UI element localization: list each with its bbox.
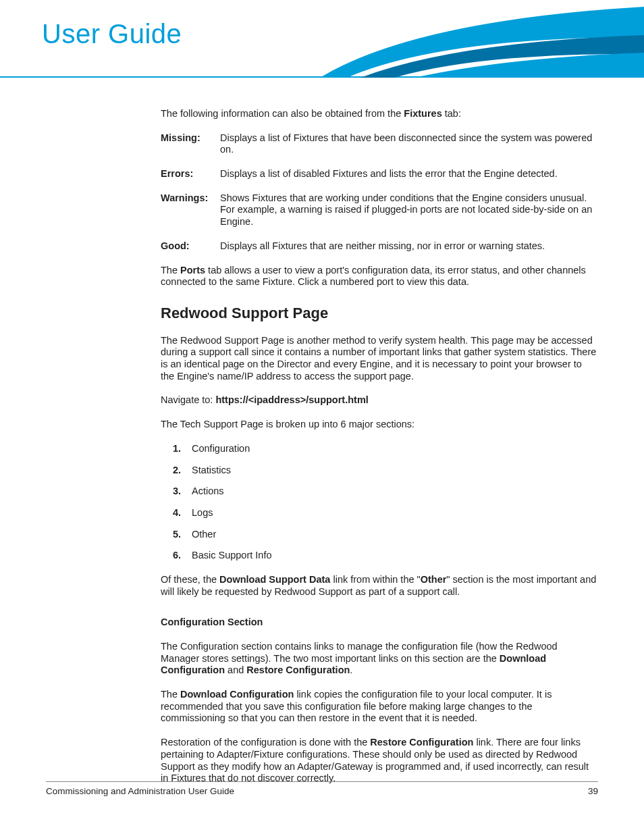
definitions-list: Missing: Displays a list of Fixtures tha… [161, 132, 598, 253]
definition-desc: Displays a list of Fixtures that have be… [220, 132, 598, 156]
bold: Download Support Data [219, 574, 330, 585]
bold: Download Configuration [180, 689, 294, 700]
list-number: 5. [173, 529, 192, 541]
configuration-section-heading: Configuration Section [161, 617, 598, 629]
text: The [161, 689, 180, 700]
definition-desc: Displays all Fixtures that are neither m… [220, 240, 598, 253]
definition-term: Missing: [161, 132, 220, 156]
navigate-to-paragraph: Navigate to: https://<ipaddress>/support… [161, 394, 598, 407]
text: and [225, 664, 246, 675]
section-p6: Restoration of the configuration is done… [161, 737, 598, 785]
list-item: 3.Actions [173, 486, 598, 498]
list-number: 2. [173, 465, 192, 477]
list-item: 4.Logs [173, 507, 598, 519]
list-text: Configuration [192, 443, 250, 455]
list-item: 2.Statistics [173, 465, 598, 477]
page-footer: Commissioning and Administration User Gu… [46, 781, 598, 796]
page-content: The following information can also be ob… [0, 78, 644, 785]
definition-row: Errors: Displays a list of disabled Fixt… [161, 168, 598, 180]
text: tab allows a user to view a port's confi… [161, 265, 586, 288]
bold: Restore Configuration [246, 664, 350, 675]
list-number: 1. [173, 443, 192, 455]
text: link from within the " [330, 574, 420, 585]
list-number: 3. [173, 486, 192, 498]
text: tab: [442, 108, 461, 119]
bold: Restore Configuration [370, 737, 473, 748]
url-bold: https://<ipaddress>/support.html [215, 394, 368, 405]
definition-desc: Displays a list of disabled Fixtures and… [220, 168, 598, 180]
definition-term: Good: [161, 240, 220, 253]
section-p4: The Configuration section contains links… [161, 641, 598, 677]
page-header: User Guide [0, 0, 644, 78]
bold: Other [421, 574, 447, 585]
ports-paragraph: The Ports tab allows a user to view a po… [161, 265, 598, 288]
list-text: Basic Support Info [192, 550, 272, 562]
header-swoosh-graphic [320, 0, 644, 78]
text: The following information can also be ob… [161, 108, 404, 119]
list-text: Logs [192, 507, 213, 519]
list-number: 4. [173, 507, 192, 519]
section-p2: The Tech Support Page is broken up into … [161, 419, 598, 431]
list-text: Actions [192, 486, 224, 498]
bold-ports: Ports [180, 265, 205, 276]
list-item: 1.Configuration [173, 443, 598, 455]
list-text: Statistics [192, 465, 231, 477]
definition-desc: Shows Fixtures that are working under co… [220, 192, 598, 228]
definition-term: Warnings: [161, 192, 220, 228]
section-p1: The Redwood Support Page is another meth… [161, 335, 598, 383]
section-p5: The Download Configuration link copies t… [161, 689, 598, 725]
header-title: User Guide [42, 19, 182, 49]
footer-doc-title: Commissioning and Administration User Gu… [46, 786, 234, 796]
list-item: 5.Other [173, 529, 598, 541]
text: The Configuration section contains links… [161, 641, 558, 664]
ordered-list: 1.Configuration 2.Statistics 3.Actions 4… [173, 443, 598, 562]
bold-fixtures: Fixtures [404, 108, 441, 119]
section-p3: Of these, the Download Support Data link… [161, 574, 598, 598]
intro-paragraph: The following information can also be ob… [161, 108, 598, 120]
definition-row: Good: Displays all Fixtures that are nei… [161, 240, 598, 253]
definition-term: Errors: [161, 168, 220, 180]
text: The [161, 265, 180, 276]
list-number: 6. [173, 550, 192, 562]
text: . [350, 664, 352, 675]
text: Restoration of the configuration is done… [161, 737, 370, 748]
definition-row: Warnings: Shows Fixtures that are workin… [161, 192, 598, 228]
definition-row: Missing: Displays a list of Fixtures tha… [161, 132, 598, 156]
text: Navigate to: [161, 394, 215, 405]
list-item: 6.Basic Support Info [173, 550, 598, 562]
list-text: Other [192, 529, 216, 541]
section-heading-redwood-support: Redwood Support Page [161, 305, 598, 323]
footer-page-number: 39 [588, 786, 598, 796]
text: Of these, the [161, 574, 219, 585]
